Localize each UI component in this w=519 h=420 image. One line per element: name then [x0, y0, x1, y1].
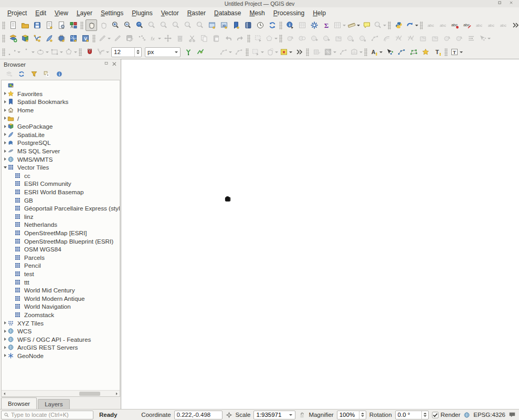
- deselect-features-all-layers-button[interactable]: [279, 46, 293, 58]
- render-checkbox[interactable]: Render: [432, 412, 461, 418]
- data-source-manager-toolbar-handle[interactable]: [2, 35, 5, 43]
- maximize-button[interactable]: [498, 1, 503, 6]
- tree-item-world-mid-century[interactable]: World Mid Century: [2, 286, 120, 295]
- locator-box[interactable]: [1, 411, 93, 419]
- expand-arrow[interactable]: [3, 100, 7, 103]
- python-console-button[interactable]: [393, 19, 405, 31]
- expand-arrow[interactable]: [3, 321, 7, 324]
- close-button[interactable]: [510, 1, 515, 6]
- dock-tab-browser[interactable]: Browser: [1, 397, 37, 409]
- new-project-button[interactable]: [7, 19, 19, 31]
- snapping-units-input[interactable]: [145, 49, 174, 55]
- tree-item-linz[interactable]: linz: [2, 213, 120, 221]
- open-data-source-manager-button[interactable]: [7, 33, 19, 44]
- marker-annotation-button[interactable]: [420, 46, 431, 58]
- tree-item-xyz-tiles[interactable]: XYZ Tiles: [2, 319, 120, 327]
- menu-vector[interactable]: Vector: [157, 8, 183, 18]
- processing-toolbox-button[interactable]: [309, 19, 320, 31]
- menu-settings[interactable]: Settings: [97, 8, 128, 18]
- plugins-toolbar-handle[interactable]: [388, 22, 391, 29]
- annotations-toolbar-handle[interactable]: [364, 48, 367, 56]
- highlight-pinned-labels-button[interactable]: abc: [449, 19, 461, 31]
- tree-item-wfs-ogc-api-features[interactable]: WFS / OGC API - Features: [2, 335, 120, 343]
- collapse-all-button[interactable]: [43, 70, 51, 78]
- new-virtual-layer-button[interactable]: V: [80, 33, 91, 44]
- extent-toggle-icon[interactable]: [226, 412, 232, 418]
- new-temporary-scratch-layer-button[interactable]: [56, 33, 67, 44]
- menu-help[interactable]: Help: [309, 8, 330, 18]
- tree-item-favorites[interactable]: Favorites: [2, 90, 120, 98]
- statistical-summary-button[interactable]: Σ: [321, 19, 332, 31]
- tree-item-openstreetmap-blueprint-esri-[interactable]: OpenStreetMap Blueprint (ESRI): [2, 237, 120, 245]
- tree-item-geopackage[interactable]: GeoPackage: [2, 122, 120, 131]
- panel-float-button[interactable]: [103, 61, 109, 67]
- selection-toolbar-handle[interactable]: [246, 48, 249, 56]
- tree-item--[interactable]: /: [2, 114, 120, 122]
- tree-item-vector-tiles[interactable]: Vector Tiles: [2, 163, 120, 172]
- new-spatial-bookmark-button[interactable]: [230, 19, 242, 31]
- text-annotation-button[interactable]: T: [432, 46, 443, 58]
- pan-map-button[interactable]: [86, 19, 97, 31]
- menu-processing[interactable]: Processing: [269, 8, 309, 18]
- expand-arrow[interactable]: [3, 125, 7, 128]
- tree-item-arcgis-rest-servers[interactable]: ArcGIS REST Servers: [2, 343, 120, 352]
- expand-arrow[interactable]: [3, 330, 7, 333]
- expand-arrow[interactable]: [3, 346, 7, 349]
- snapping-toolbar-handle[interactable]: [79, 48, 82, 56]
- new-print-layout-button[interactable]: [44, 19, 55, 31]
- plugin-tool-button[interactable]: [405, 19, 419, 31]
- tree-item-spatialite[interactable]: SpatiaLite: [2, 131, 120, 139]
- new-mesh-layer-button[interactable]: [68, 33, 79, 44]
- map-tips-button[interactable]: [361, 19, 373, 31]
- zoom-full-button[interactable]: [134, 19, 145, 31]
- label-toolbar-handle[interactable]: [420, 22, 423, 29]
- scroll-right-arrow[interactable]: [114, 392, 119, 396]
- tree-item-netherlands[interactable]: Netherlands: [2, 220, 120, 229]
- map-canvas[interactable]: [121, 59, 519, 409]
- lock-scale-icon[interactable]: [299, 412, 305, 418]
- scale-input[interactable]: [254, 412, 287, 418]
- tree-item-spatial-bookmarks[interactable]: Spatial Bookmarks: [2, 98, 120, 106]
- save-project-button[interactable]: [31, 19, 43, 31]
- tree-item-ms-sql-server[interactable]: MS SQL Server: [2, 147, 120, 155]
- tree-item-osm-wgs84[interactable]: OSM WGS84: [2, 245, 120, 254]
- tree-item-esri-community[interactable]: ESRI Community: [2, 180, 120, 188]
- rotation-spinbox[interactable]: [395, 411, 429, 419]
- browser-hscrollbar[interactable]: [2, 390, 120, 396]
- enable-snapping-button[interactable]: [84, 46, 96, 58]
- tree-item-cc[interactable]: cc: [2, 172, 120, 180]
- snapping-tolerance-spinbox[interactable]: [111, 47, 142, 57]
- toolbar-overflow-button[interactable]: [510, 19, 519, 31]
- project-toolbar-handle[interactable]: [2, 22, 5, 29]
- magnifier-spinbox[interactable]: [337, 411, 366, 419]
- expand-arrow[interactable]: [3, 133, 7, 136]
- expand-arrow[interactable]: [3, 150, 7, 153]
- new-geopackage-layer-button[interactable]: [19, 33, 31, 44]
- tree-item-zoomstack[interactable]: Zoomstack: [2, 311, 120, 319]
- measure-button[interactable]: [347, 19, 361, 31]
- map-navigation-toolbar-handle[interactable]: [80, 22, 83, 29]
- tree-item-geonode[interactable]: GeoNode: [2, 352, 120, 360]
- zoom-out-button[interactable]: [122, 19, 133, 31]
- expand-arrow[interactable]: [3, 117, 7, 120]
- modify-annotations-button[interactable]: [384, 46, 395, 58]
- new-3d-map-view-button[interactable]: 3D: [218, 19, 230, 31]
- allow-snapping-on-intersection-button[interactable]: [195, 46, 206, 58]
- text-annotation-group-handle[interactable]: [444, 48, 448, 56]
- tree-item-world-modern-antique[interactable]: World Modern Antique: [2, 294, 120, 302]
- tree-item-g-oportail-parcellaire-express-style-noir[interactable]: Géoportail Parcellaire Express (style no…: [2, 204, 120, 213]
- text-annotation-along-line-button[interactable]: T: [450, 46, 463, 58]
- tree-item-parcels[interactable]: Parcels: [2, 253, 120, 261]
- scroll-left-arrow[interactable]: [3, 392, 7, 396]
- expand-arrow[interactable]: [3, 338, 7, 341]
- tree-item-gb[interactable]: GB: [2, 196, 120, 204]
- collapse-arrow[interactable]: [3, 166, 7, 169]
- expand-arrow[interactable]: [3, 354, 7, 357]
- menu-layer[interactable]: Layer: [72, 8, 97, 18]
- tree-item-world-navigation[interactable]: World Navigation: [2, 302, 120, 311]
- snapping-tolerance-input[interactable]: [112, 49, 134, 55]
- panel-close-button[interactable]: [112, 61, 118, 67]
- menu-view[interactable]: View: [50, 8, 72, 18]
- tree-item-test[interactable]: test: [2, 270, 120, 278]
- magnifier-input[interactable]: [337, 411, 359, 419]
